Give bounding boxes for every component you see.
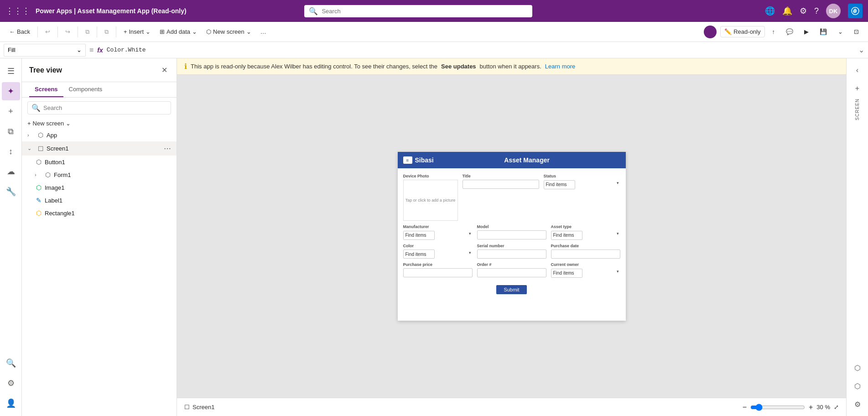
tree-search-input[interactable] — [43, 104, 167, 111]
settings-icon[interactable]: ⚙ — [800, 6, 807, 16]
global-search-input[interactable] — [322, 8, 528, 15]
nav-tools-icon[interactable]: 🔧 — [2, 182, 20, 201]
status-field: Status Find items — [544, 174, 620, 189]
tree-item-button1[interactable]: ⬡ Button1 — [22, 156, 177, 168]
nav-search-icon[interactable]: 🔍 — [2, 354, 20, 372]
current-owner-select[interactable]: Find items — [551, 269, 582, 278]
screen-vertical-label: SCREEN — [855, 99, 860, 120]
zoom-in-button[interactable]: + — [809, 403, 813, 411]
order-input[interactable] — [477, 268, 546, 277]
manufacturer-label: Manufacturer — [403, 224, 473, 229]
screen1-icon: ☐ — [36, 145, 45, 152]
title-field: Title — [463, 174, 539, 189]
tree-item-image1[interactable]: ⬡ Image1 — [22, 181, 177, 194]
learn-more-link[interactable]: Learn more — [545, 63, 575, 70]
grid-icon[interactable]: ⋮⋮⋮ — [5, 6, 30, 16]
serial-input[interactable] — [477, 250, 546, 259]
right-panel-icon-1[interactable]: ⬡ — [849, 359, 866, 376]
right-panel: ‹ + SCREEN ⬡ ⬡ ⚙ — [846, 58, 868, 416]
tab-screens[interactable]: Screens — [29, 82, 63, 97]
tree-close-button[interactable]: ✕ — [160, 64, 169, 76]
purchase-date-input[interactable]: 31/12/2001 — [551, 250, 620, 259]
user-avatar-small[interactable] — [704, 26, 717, 38]
zoom-out-button[interactable]: − — [743, 403, 747, 411]
right-panel-icon-2[interactable]: ⬡ — [849, 378, 866, 394]
serial-label: Serial number — [477, 244, 546, 248]
nav-cloud-icon[interactable]: ☁ — [2, 162, 20, 181]
purchase-price-label: Purchase price — [403, 262, 473, 267]
save-button[interactable]: 💾 — [816, 26, 831, 37]
manufacturer-select[interactable]: Find items — [403, 231, 435, 240]
right-panel-collapse-icon[interactable]: ‹ — [849, 62, 866, 78]
right-panel-settings-icon[interactable]: ⚙ — [849, 396, 866, 412]
new-screen-icon: ⬡ — [206, 28, 211, 35]
formula-expand-icon[interactable]: ⌄ — [858, 46, 864, 54]
model-input[interactable] — [477, 230, 546, 239]
add-data-button[interactable]: ⊞ Add data ⌄ — [156, 26, 201, 37]
nav-user-icon[interactable]: 👤 — [2, 394, 20, 412]
tree-item-app[interactable]: › ⬡ App — [22, 129, 177, 141]
expand-icon[interactable]: ⤢ — [834, 404, 839, 411]
tree-item-screen1[interactable]: ⌄ ☐ Screen1 ⋯ — [22, 141, 177, 156]
play-icon: ▶ — [804, 28, 809, 35]
tab-components[interactable]: Components — [63, 82, 108, 97]
nav-tree-icon[interactable]: ✦ — [2, 82, 20, 100]
redo-button[interactable]: ↪ — [62, 26, 74, 37]
form1-label: Form1 — [54, 172, 171, 178]
tree-header: Tree view ✕ — [22, 58, 177, 82]
canvas-viewport: ≡ Sibasi Asset Manager Device Photo Tap … — [177, 75, 846, 398]
tree-item-label1[interactable]: ✎ Label1 — [22, 194, 177, 207]
title-input[interactable] — [463, 180, 539, 189]
back-button[interactable]: ← Back — [5, 26, 34, 37]
save-icon: 💾 — [820, 28, 827, 35]
purchase-date-label: Purchase date — [551, 244, 620, 248]
insert-button[interactable]: + Insert ⌄ — [120, 26, 154, 37]
info-bold: See updates — [441, 63, 476, 70]
screen-name: Screen1 — [192, 404, 214, 411]
play-button[interactable]: ▶ — [800, 26, 812, 37]
right-panel-bottom: ⬡ ⬡ ⚙ — [849, 359, 866, 412]
nav-add-icon[interactable]: + — [2, 102, 20, 120]
formula-value[interactable]: Color.White — [107, 47, 146, 53]
help-icon[interactable]: ? — [814, 6, 819, 16]
nav-copy-icon[interactable]: ⧉ — [2, 122, 20, 140]
property-dropdown[interactable]: Fill ⌄ — [4, 44, 86, 57]
screen1-more-icon[interactable]: ⋯ — [164, 144, 171, 153]
bell-icon[interactable]: 🔔 — [782, 6, 792, 16]
asset-type-select[interactable]: Find items — [551, 231, 582, 240]
undo-button[interactable]: ↩ — [42, 26, 54, 37]
app-title: Power Apps | Asset Management App (Read-… — [36, 7, 187, 15]
color-select[interactable]: Find items — [403, 250, 435, 259]
new-screen-button[interactable]: ⬡ New screen ⌄ — [203, 26, 255, 37]
user-avatar[interactable]: DK — [826, 4, 841, 18]
info-bar: ℹ This app is read-only because Alex Wil… — [177, 58, 846, 75]
zoom-slider[interactable] — [750, 404, 805, 411]
nav-settings-icon[interactable]: ⚙ — [2, 374, 20, 392]
share-button[interactable]: ↑ — [769, 26, 779, 37]
comment-button[interactable]: 💬 — [782, 26, 797, 37]
separator-3 — [78, 26, 78, 37]
current-owner-label: Current owner — [551, 262, 620, 267]
paste-button[interactable]: ⧉ — [101, 26, 112, 37]
right-panel-add-icon[interactable]: + — [849, 80, 866, 97]
save-chevron-button[interactable]: ⌄ — [834, 26, 847, 37]
device-photo-area[interactable]: Tap or click to add a picture — [403, 180, 458, 221]
copy-button[interactable]: ⧉ — [82, 26, 93, 37]
tree-search-box[interactable]: 🔍 — [27, 101, 171, 114]
add-data-icon: ⊞ — [160, 28, 165, 35]
submit-button[interactable]: Submit — [496, 285, 526, 294]
tree-item-form1[interactable]: › ⬡ Form1 — [22, 168, 177, 181]
global-search-box[interactable]: 🔍 — [304, 5, 532, 17]
tree-item-rectangle1[interactable]: ⬡ Rectangle1 — [22, 207, 177, 219]
fx-label: fx — [97, 47, 103, 54]
more-button[interactable]: … — [257, 26, 270, 37]
status-select[interactable]: Find items — [544, 180, 575, 189]
back-icon: ← — [9, 28, 15, 35]
nav-home-icon[interactable]: ☰ — [2, 62, 20, 80]
publish-button[interactable]: ⊡ — [850, 26, 863, 37]
globe-icon[interactable]: 🌐 — [765, 6, 775, 16]
nav-datasource-icon[interactable]: ↕ — [2, 142, 20, 161]
left-nav: ☰ ✦ + ⧉ ↕ ☁ 🔧 🔍 ⚙ 👤 — [0, 58, 22, 416]
purchase-price-input[interactable] — [403, 268, 473, 277]
new-screen-button-tree[interactable]: + New screen ⌄ — [22, 118, 177, 129]
